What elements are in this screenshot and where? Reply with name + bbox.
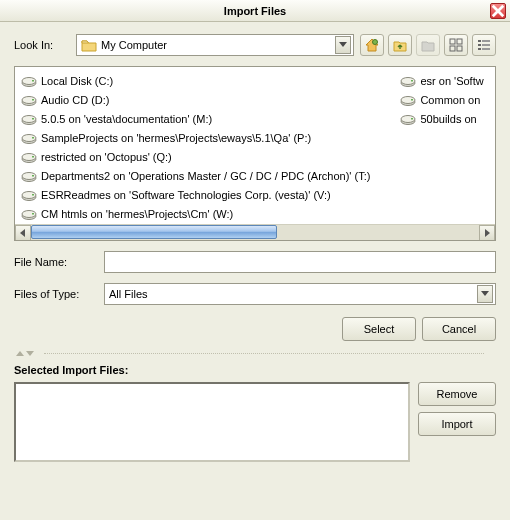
svg-rect-13 <box>32 80 34 82</box>
file-item[interactable]: Audio CD (D:) <box>21 91 370 108</box>
remove-button[interactable]: Remove <box>418 382 496 406</box>
look-in-row: Look In: My Computer <box>14 34 496 56</box>
scroll-thumb[interactable] <box>31 225 277 239</box>
file-item-label: Common on <box>420 94 480 106</box>
chevron-down-icon <box>481 291 489 297</box>
file-item-label: Audio CD (D:) <box>41 94 109 106</box>
look-in-combo[interactable]: My Computer <box>76 34 354 56</box>
filetype-dropdown-arrow[interactable] <box>477 285 493 303</box>
new-folder-icon <box>420 37 436 53</box>
file-item-label: CM htmls on 'hermes\Projects\Cm' (W:) <box>41 208 233 220</box>
selected-files-buttons: Remove Import <box>418 382 496 462</box>
svg-point-0 <box>373 40 378 45</box>
file-item-label: restricted on 'Octopus' (Q:) <box>41 151 172 163</box>
file-item[interactable]: esr on 'Softw <box>400 72 483 89</box>
file-item-label: esr on 'Softw <box>420 75 483 87</box>
filetype-label: Files of Type: <box>14 288 104 300</box>
drive-icon <box>21 93 37 107</box>
filetype-value: All Files <box>109 288 477 300</box>
look-in-value: My Computer <box>101 39 335 51</box>
list-view-button[interactable] <box>444 34 468 56</box>
svg-rect-19 <box>32 118 34 120</box>
filetype-row: Files of Type: All Files <box>14 283 496 305</box>
home-icon <box>364 37 380 53</box>
svg-rect-28 <box>32 175 34 177</box>
details-view-button[interactable] <box>472 34 496 56</box>
import-button[interactable]: Import <box>418 412 496 436</box>
toolbar <box>360 34 496 56</box>
selected-files-row: Remove Import <box>14 382 496 462</box>
svg-rect-4 <box>457 46 462 51</box>
scroll-left-button[interactable] <box>15 225 31 241</box>
file-item-label: SampleProjects on 'hermes\Projects\eways… <box>41 132 311 144</box>
import-button-label: Import <box>441 418 472 430</box>
new-folder-button <box>416 34 440 56</box>
list-view-icon <box>448 37 464 53</box>
file-item[interactable]: restricted on 'Octopus' (Q:) <box>21 148 370 165</box>
file-column-2: esr on 'SoftwCommon on50builds on <box>400 72 483 222</box>
action-buttons: Select Cancel <box>14 317 496 341</box>
svg-rect-25 <box>32 156 34 158</box>
scroll-track[interactable] <box>31 225 479 240</box>
splitter[interactable] <box>10 351 500 356</box>
drive-icon <box>400 74 416 88</box>
svg-rect-7 <box>478 44 481 46</box>
home-button[interactable] <box>360 34 384 56</box>
triangle-left-icon <box>20 229 26 237</box>
filename-input[interactable] <box>104 251 496 273</box>
file-item-label: 5.0.5 on 'vesta\documentation' (M:) <box>41 113 212 125</box>
svg-rect-3 <box>450 46 455 51</box>
up-folder-icon <box>392 37 408 53</box>
svg-rect-9 <box>478 48 481 50</box>
file-item[interactable]: Local Disk (C:) <box>21 72 370 89</box>
file-column-1: Local Disk (C:)Audio CD (D:)5.0.5 on 've… <box>21 72 370 222</box>
scroll-right-button[interactable] <box>479 225 495 241</box>
file-list: Local Disk (C:)Audio CD (D:)5.0.5 on 've… <box>15 67 495 224</box>
svg-rect-43 <box>411 118 413 120</box>
drive-icon <box>21 150 37 164</box>
drive-icon <box>21 74 37 88</box>
selected-files-list[interactable] <box>14 382 410 462</box>
dialog-content: Look In: My Computer <box>0 22 510 470</box>
splitter-grip[interactable] <box>16 351 34 356</box>
drive-icon <box>21 131 37 145</box>
drive-icon <box>400 112 416 126</box>
select-button[interactable]: Select <box>342 317 416 341</box>
triangle-down-icon <box>26 351 34 356</box>
svg-rect-40 <box>411 99 413 101</box>
select-button-label: Select <box>364 323 395 335</box>
file-item[interactable]: Common on <box>400 91 483 108</box>
svg-rect-8 <box>482 44 490 46</box>
cancel-button[interactable]: Cancel <box>422 317 496 341</box>
triangle-right-icon <box>484 229 490 237</box>
horizontal-scrollbar[interactable] <box>15 224 495 240</box>
svg-rect-37 <box>411 80 413 82</box>
file-item[interactable]: Departments2 on 'Operations Master / GC … <box>21 167 370 184</box>
file-item[interactable]: 5.0.5 on 'vesta\documentation' (M:) <box>21 110 370 127</box>
filename-label: File Name: <box>14 256 104 268</box>
close-button[interactable] <box>490 3 506 19</box>
triangle-up-icon <box>16 351 24 356</box>
drive-icon <box>21 207 37 221</box>
file-item[interactable]: SampleProjects on 'hermes\Projects\eways… <box>21 129 370 146</box>
filetype-combo[interactable]: All Files <box>104 283 496 305</box>
file-item[interactable]: 50builds on <box>400 110 483 127</box>
svg-rect-1 <box>450 39 455 44</box>
look-in-dropdown-arrow[interactable] <box>335 36 351 54</box>
svg-rect-16 <box>32 99 34 101</box>
file-item[interactable]: ESRReadmes on 'Software Technologies Cor… <box>21 186 370 203</box>
file-item[interactable]: CM htmls on 'hermes\Projects\Cm' (W:) <box>21 205 370 222</box>
drive-icon <box>21 112 37 126</box>
drive-icon <box>21 188 37 202</box>
close-icon <box>491 4 505 18</box>
svg-rect-10 <box>482 48 490 50</box>
svg-rect-2 <box>457 39 462 44</box>
file-item-label: Departments2 on 'Operations Master / GC … <box>41 170 370 182</box>
up-folder-button[interactable] <box>388 34 412 56</box>
window-title: Import Files <box>224 5 286 17</box>
look-in-label: Look In: <box>14 39 76 51</box>
chevron-down-icon <box>339 42 347 48</box>
selected-files-heading: Selected Import Files: <box>14 364 496 376</box>
cancel-button-label: Cancel <box>442 323 476 335</box>
file-item-label: Local Disk (C:) <box>41 75 113 87</box>
